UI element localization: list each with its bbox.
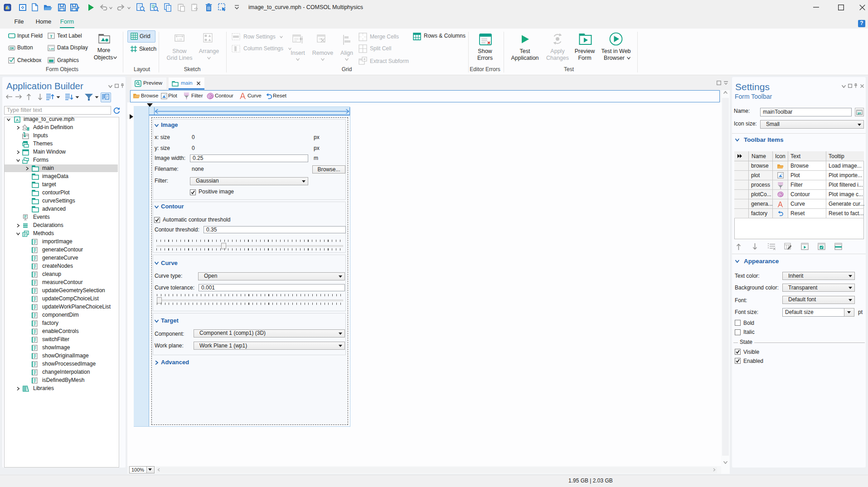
svg-text:OK: OK [10,47,14,50]
svg-text:T: T [50,34,53,39]
svg-text:1.23: 1.23 [177,38,182,41]
svg-text:1.23: 1.23 [49,48,54,50]
svg-text:A: A [16,118,19,122]
